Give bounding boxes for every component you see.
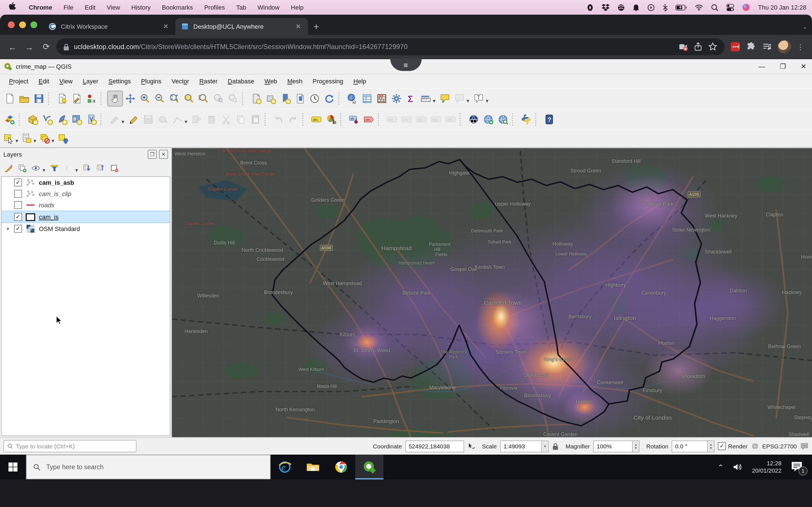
speaker-icon[interactable] <box>733 462 743 471</box>
citrix-session-grip[interactable]: ≡ <box>390 59 422 71</box>
zoom-out-button[interactable] <box>152 91 167 106</box>
layer-visibility-checkbox[interactable]: ✓ <box>14 213 22 221</box>
forward-button[interactable]: → <box>22 42 36 52</box>
add-group-button[interactable] <box>16 162 28 174</box>
qgis-titlebar[interactable]: crime_map — QGIS ≡ — ❐ ✕ <box>0 59 812 74</box>
qgis-menu-settings[interactable]: Settings <box>104 76 136 86</box>
lastpass-extension-icon[interactable] <box>730 42 741 52</box>
map-canvas[interactable]: West HendonBrent Cross InterchangeBrent … <box>172 148 812 437</box>
tray-chevron-icon[interactable]: ⌃ <box>718 463 724 471</box>
zoom-full-button[interactable] <box>167 91 182 106</box>
taskbar-file-explorer[interactable] <box>299 455 327 480</box>
add-feature-button[interactable] <box>156 112 170 127</box>
layer-item-roads[interactable]: roads <box>2 200 170 211</box>
locate-search-input[interactable]: Type to locate (Ctrl+K) <box>3 440 137 452</box>
macos-menu-tab[interactable]: Tab <box>231 4 252 11</box>
macos-menu-history[interactable]: History <box>126 4 156 11</box>
battery-icon[interactable] <box>676 4 687 10</box>
open-attribute-table-button[interactable] <box>360 91 374 106</box>
layer-visibility-checkbox[interactable] <box>14 190 22 198</box>
delete-selected-button[interactable] <box>204 112 219 127</box>
change-label-button[interactable]: abc <box>414 112 428 127</box>
layer-expander[interactable]: ▾ <box>5 226 11 231</box>
taskbar-clock[interactable]: 12:28 20/01/2022 <box>752 460 781 474</box>
vertex-tool-button[interactable] <box>170 112 185 127</box>
macos-menu-help[interactable]: Help <box>285 4 309 11</box>
macos-menu-bookmarks[interactable]: Bookmarks <box>156 4 199 11</box>
open-project-button[interactable] <box>17 91 32 106</box>
move-label-button[interactable]: abc <box>385 112 399 127</box>
crs-globe-icon[interactable] <box>751 442 759 450</box>
python-console-button[interactable] <box>519 112 534 127</box>
qgis-menu-database[interactable]: Database <box>223 76 259 86</box>
panel-close-button[interactable]: ✕ <box>159 150 168 159</box>
minimize-window-button[interactable] <box>19 21 26 28</box>
qgis-menu-layer[interactable]: Layer <box>79 76 103 86</box>
filter-legend-button[interactable] <box>49 162 61 174</box>
save-project-button[interactable] <box>32 91 46 106</box>
crs-value[interactable]: EPSG:27700 <box>762 443 797 450</box>
new-geopackage-layer-button[interactable] <box>26 112 40 127</box>
dropbox-icon[interactable] <box>602 4 610 11</box>
tab-close-icon[interactable]: ✕ <box>162 22 170 31</box>
dropdown-arrow-icon[interactable]: ▼ <box>74 168 79 173</box>
copy-label-button[interactable]: abc <box>428 112 443 127</box>
apple-menu-icon[interactable] <box>9 2 16 12</box>
tab-close-icon[interactable]: ✕ <box>294 22 302 31</box>
macos-menu-chrome[interactable]: Chrome <box>23 4 58 11</box>
qgis-menu-web[interactable]: Web <box>260 76 282 86</box>
toggle-editing-button[interactable] <box>126 112 141 127</box>
address-bar[interactable]: ucldesktop.cloud.com/Citrix/StoreWeb/cli… <box>56 38 725 55</box>
log-messages-icon[interactable] <box>800 442 809 450</box>
qgis-menu-processing[interactable]: Processing <box>308 76 348 86</box>
temporal-controller-button[interactable] <box>307 91 322 106</box>
tab-citrix-workspace[interactable]: Citrix Workspace ✕ <box>43 18 175 35</box>
scale-dropdown-icon[interactable]: ▼ <box>542 440 549 452</box>
paste-features-button[interactable] <box>248 112 263 127</box>
undo-button[interactable] <box>271 112 286 127</box>
media-controls-icon[interactable] <box>762 42 772 52</box>
save-layer-edits-button[interactable] <box>141 112 156 127</box>
new-map-view-button[interactable] <box>293 91 307 106</box>
qgis-menu-raster[interactable]: Raster <box>195 76 222 86</box>
new-print-layout-button[interactable] <box>55 91 69 106</box>
select-by-form-button[interactable] <box>20 132 34 145</box>
new-annotation-button[interactable] <box>452 91 467 106</box>
add-wms-layer-button[interactable] <box>481 112 496 127</box>
extensions-puzzle-icon[interactable] <box>746 42 756 52</box>
zoom-window-button[interactable] <box>31 21 37 28</box>
layer-item-osm-standard[interactable]: ▾✓OSM Standard <box>2 223 170 234</box>
style-manager-button[interactable]: a <box>84 91 99 106</box>
highlight-pinned-labels-button[interactable]: abc <box>361 112 376 127</box>
copy-features-button[interactable] <box>234 112 248 127</box>
rotate-label-button[interactable]: abc <box>399 112 414 127</box>
qgis-menu-mesh[interactable]: Mesh <box>283 76 307 86</box>
layer-diagram-options-button[interactable] <box>324 112 338 127</box>
macos-menu-view[interactable]: View <box>101 4 126 11</box>
manage-map-themes-button[interactable] <box>29 162 42 174</box>
cut-features-button[interactable] <box>219 112 234 127</box>
qgis-menu-plugins[interactable]: Plugins <box>137 76 166 86</box>
show-spatial-bookmarks-button[interactable] <box>263 91 278 106</box>
bookmark-star-icon[interactable] <box>708 42 718 52</box>
new-virtual-layer-button[interactable] <box>69 112 84 127</box>
taskbar-chrome[interactable] <box>327 455 355 480</box>
dropdown-arrow-icon[interactable]: ▼ <box>42 168 46 173</box>
macos-menu-profiles[interactable]: Profiles <box>199 4 231 11</box>
zoom-to-selection-button[interactable] <box>196 91 211 106</box>
qgis-menu-project[interactable]: Project <box>4 76 33 86</box>
camera-blocked-icon[interactable] <box>678 42 689 52</box>
start-button[interactable] <box>0 455 26 480</box>
zoom-in-button[interactable] <box>138 91 152 106</box>
show-statistics-button[interactable]: Σ <box>404 91 418 106</box>
map-tips-button[interactable] <box>438 91 452 106</box>
spotlight-icon[interactable] <box>711 4 719 11</box>
metasearch-button[interactable] <box>466 112 481 127</box>
qgis-menu-help[interactable]: Help <box>349 76 371 86</box>
zoom-to-layer-button[interactable] <box>182 91 196 106</box>
new-shapefile-layer-button[interactable] <box>40 112 55 127</box>
qgis-menu-vector[interactable]: Vector <box>167 76 194 86</box>
measure-button[interactable] <box>418 91 433 106</box>
shell-app-icon[interactable] <box>618 4 625 11</box>
expand-all-button[interactable] <box>81 162 94 174</box>
